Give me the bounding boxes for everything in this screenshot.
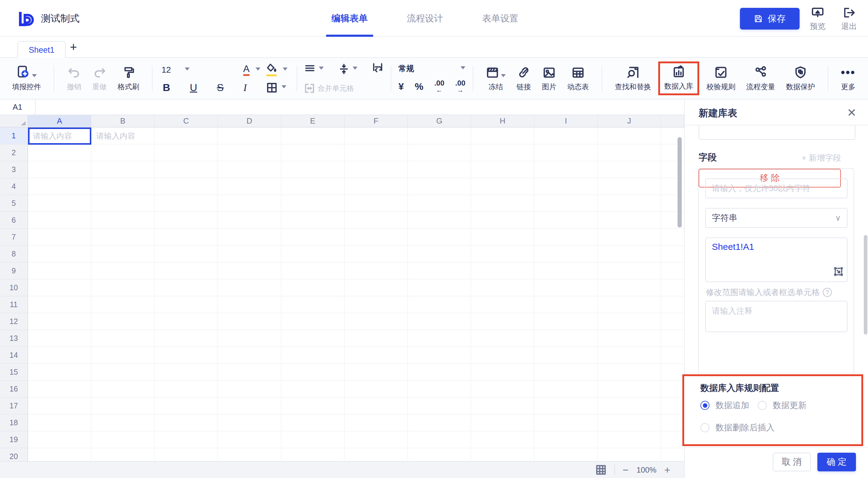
zoom-out-button[interactable]: −: [623, 465, 629, 475]
font-size-select[interactable]: 12: [161, 65, 190, 75]
field-comment-input[interactable]: 请输入注释: [705, 301, 847, 332]
underline-button[interactable]: U: [190, 82, 197, 93]
freeze-button[interactable]: 冻结: [486, 65, 506, 92]
redo-button[interactable]: 重做: [92, 65, 107, 92]
flow-variable-button[interactable]: 流程变量: [746, 65, 775, 92]
save-button[interactable]: 保存: [740, 8, 800, 30]
row-header-6[interactable]: 6: [0, 212, 28, 229]
tab-form-settings[interactable]: 表单设置: [482, 0, 518, 37]
column-header-F[interactable]: F: [344, 115, 408, 127]
currency-button[interactable]: ¥: [398, 81, 404, 92]
data-protect-button[interactable]: 数据保护: [786, 65, 815, 92]
cells-area[interactable]: 请输入内容 请输入内容: [28, 127, 684, 461]
cell-b1-placeholder[interactable]: 请输入内容: [96, 127, 135, 145]
tab-edit-form[interactable]: 编辑表单: [332, 0, 368, 37]
chevron-down-icon[interactable]: [283, 67, 287, 70]
increase-decimal-button[interactable]: .00 →: [456, 79, 465, 93]
radio-data-append[interactable]: 数据追加: [701, 400, 749, 411]
row-header-17[interactable]: 17: [0, 397, 28, 414]
borders-button[interactable]: [267, 82, 286, 93]
row-header-19[interactable]: 19: [0, 431, 28, 448]
cancel-button[interactable]: 取 消: [773, 453, 811, 471]
row-header-2[interactable]: 2: [0, 145, 28, 161]
row-header-18[interactable]: 18: [0, 414, 28, 431]
data-store-button[interactable]: 数据入库: [664, 64, 693, 91]
row-header-1[interactable]: 1: [0, 127, 28, 145]
column-header-B[interactable]: B: [91, 115, 155, 127]
row-header-15[interactable]: 15: [0, 364, 28, 381]
row-header-11[interactable]: 11: [0, 296, 28, 313]
fill-color-button[interactable]: [267, 63, 277, 76]
select-range-icon[interactable]: [834, 267, 843, 279]
merge-cells-button[interactable]: 合并单元格: [304, 83, 383, 93]
row-header-13[interactable]: 13: [0, 330, 28, 347]
field-name-input[interactable]: 请输入，仅允许50以内字符: [705, 179, 847, 198]
vertical-align-button[interactable]: [339, 64, 358, 74]
bold-button[interactable]: B: [163, 82, 170, 93]
chevron-down-icon: [501, 74, 506, 77]
format-painter-button[interactable]: 格式刷: [118, 65, 139, 92]
column-header-C[interactable]: C: [155, 115, 218, 127]
more-button[interactable]: ••• 更多: [841, 65, 856, 92]
field-range-box[interactable]: Sheet1!A1: [705, 237, 847, 282]
grid-view-icon[interactable]: [595, 465, 607, 475]
preview-button[interactable]: 预览: [804, 7, 831, 32]
text-wrap-button[interactable]: [373, 63, 383, 75]
help-icon[interactable]: ?: [823, 288, 832, 297]
validation-rules-button[interactable]: 校验规则: [707, 65, 735, 92]
row-header-9[interactable]: 9: [0, 262, 28, 279]
zoom-in-button[interactable]: +: [664, 465, 670, 475]
exit-button[interactable]: 退出: [835, 7, 863, 32]
link-button[interactable]: 链接: [517, 65, 531, 92]
column-header-D[interactable]: D: [218, 115, 281, 127]
name-box[interactable]: A1: [0, 99, 36, 115]
strikethrough-button[interactable]: S: [217, 82, 224, 93]
row-header-7[interactable]: 7: [0, 229, 28, 246]
row-header-4[interactable]: 4: [0, 178, 28, 195]
row-header-14[interactable]: 14: [0, 347, 28, 364]
percent-button[interactable]: %: [415, 81, 423, 92]
italic-button[interactable]: I: [243, 82, 247, 93]
grid-status-bar: − 100% +: [0, 461, 684, 478]
font-color-button[interactable]: A: [243, 64, 250, 76]
table-name-input[interactable]: [699, 125, 855, 140]
field-type-select[interactable]: 字符串 ∨: [705, 208, 847, 228]
row-header-10[interactable]: 10: [0, 279, 28, 296]
row-header-16[interactable]: 16: [0, 381, 28, 397]
horizontal-align-button[interactable]: [304, 64, 324, 74]
column-header-E[interactable]: E: [281, 115, 344, 127]
cell-a1-placeholder[interactable]: 请输入内容: [33, 127, 72, 145]
column-header-I[interactable]: I: [534, 115, 598, 127]
panel-scrollbar[interactable]: [864, 235, 867, 334]
row-header-12[interactable]: 12: [0, 313, 28, 330]
select-all-corner[interactable]: [0, 115, 28, 127]
fill-widget-button[interactable]: 填报控件: [12, 65, 41, 92]
tab-flow-design[interactable]: 流程设计: [407, 0, 443, 37]
redo-icon: [93, 66, 106, 79]
image-button[interactable]: 图片: [542, 65, 556, 92]
add-sheet-button[interactable]: +: [70, 40, 77, 54]
confirm-button[interactable]: 确 定: [817, 453, 856, 471]
decrease-decimal-button[interactable]: .00 ←: [434, 79, 444, 93]
toolbar-divider: [297, 66, 297, 91]
add-field-button[interactable]: + 新增字段: [802, 153, 841, 163]
column-header-G[interactable]: G: [408, 115, 471, 127]
column-header-A[interactable]: A: [28, 115, 91, 127]
number-format-select[interactable]: 常规: [398, 63, 465, 74]
column-header-H[interactable]: H: [471, 115, 534, 127]
row-header-5[interactable]: 5: [0, 195, 28, 212]
row-header-3[interactable]: 3: [0, 161, 28, 178]
close-icon[interactable]: ✕: [847, 106, 857, 119]
chevron-down-icon[interactable]: [255, 67, 260, 70]
column-header-J[interactable]: J: [598, 115, 661, 127]
dynamic-table-button[interactable]: 动态表: [567, 65, 589, 92]
column-header-partial[interactable]: [661, 115, 684, 127]
sheet-tab-sheet1[interactable]: Sheet1: [18, 41, 66, 59]
radio-delete-then-insert[interactable]: 数据删除后插入: [701, 422, 775, 434]
find-replace-button[interactable]: 查找和替换: [615, 65, 651, 92]
row-header-20[interactable]: 20: [0, 448, 28, 461]
vertical-scrollbar[interactable]: [678, 137, 682, 228]
undo-button[interactable]: 撤销: [67, 65, 82, 92]
radio-data-update[interactable]: 数据更新: [758, 400, 807, 411]
row-header-8[interactable]: 8: [0, 246, 28, 262]
